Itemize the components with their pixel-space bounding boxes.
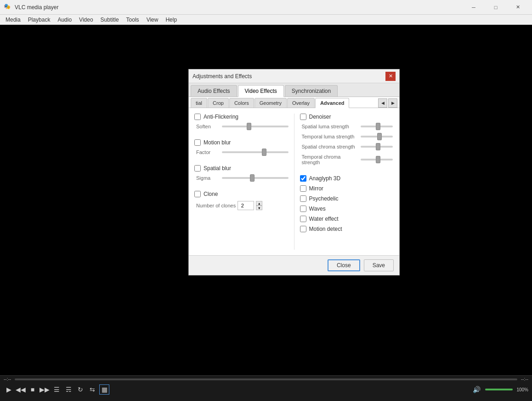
spatial-luma-label: Spatial luma strength xyxy=(302,124,357,129)
sub-tab-next[interactable]: ▶ xyxy=(388,98,397,108)
anti-flickering-checkbox[interactable] xyxy=(194,114,201,120)
clone-label: Clone xyxy=(204,191,218,197)
shuffle-button[interactable]: ⇆ xyxy=(87,384,97,395)
dialog-content: Anti-Flickering Soften Motion blur Facto… xyxy=(189,108,399,255)
time-left: --:-- xyxy=(4,377,11,382)
title-bar: 🎭 VLC media player ─ □ ✕ xyxy=(0,0,532,15)
spatial-chroma-label: Spatial chroma strength xyxy=(302,144,357,149)
app-icon: 🎭 xyxy=(4,3,12,11)
tab-audio-effects[interactable]: Audio Effects xyxy=(191,85,237,97)
psychedelic-label: Psychedelic xyxy=(309,195,339,202)
spatial-luma-row: Spatial luma strength xyxy=(302,124,394,129)
denoiser-checkbox[interactable] xyxy=(300,114,306,120)
menu-help[interactable]: Help xyxy=(162,16,181,24)
sub-tab-prev[interactable]: ◀ xyxy=(378,98,387,108)
waves-label: Waves xyxy=(309,206,326,212)
water-effect-checkbox[interactable] xyxy=(300,216,306,222)
volume-label: 100% xyxy=(516,387,528,392)
loop-button[interactable]: ↻ xyxy=(75,384,85,395)
spatial-blur-checkbox[interactable] xyxy=(194,165,201,172)
volume-bar[interactable] xyxy=(485,389,513,390)
sub-tabs: tial Crop Colors Geometry Overlay Advanc… xyxy=(189,97,399,108)
psychedelic-checkbox[interactable] xyxy=(300,195,306,202)
menu-bar: Media Playback Audio Video Subtitle Tool… xyxy=(0,15,532,25)
extended-settings-button[interactable]: ☴ xyxy=(63,384,74,395)
volume-icon: 🔊 xyxy=(471,384,481,395)
temporal-chroma-slider[interactable] xyxy=(361,159,393,160)
close-window-button[interactable]: ✕ xyxy=(507,0,528,14)
motion-detect-row: Motion detect xyxy=(300,226,394,232)
spatial-chroma-row: Spatial chroma strength xyxy=(302,144,394,149)
dialog-footer: Close Save xyxy=(189,255,399,275)
sub-tab-geometry[interactable]: Geometry xyxy=(255,98,287,108)
waves-checkbox[interactable] xyxy=(300,206,306,212)
clone-increment[interactable]: ▲ xyxy=(256,201,262,206)
right-column: Denoiser Spatial luma strength Temporal … xyxy=(300,114,394,250)
time-right: --:-- xyxy=(521,377,528,382)
spatial-luma-slider[interactable] xyxy=(361,126,393,127)
clone-decrement[interactable]: ▼ xyxy=(256,206,262,210)
temporal-luma-slider[interactable] xyxy=(361,136,393,137)
soften-label: Soften xyxy=(196,124,218,129)
water-effect-label: Water effect xyxy=(309,216,339,222)
clone-spinbox-arrows: ▲ ▼ xyxy=(256,201,262,210)
menu-playback[interactable]: Playback xyxy=(24,16,54,24)
left-column: Anti-Flickering Soften Motion blur Facto… xyxy=(194,114,289,250)
menu-view[interactable]: View xyxy=(143,16,162,24)
anaglyph-label: Anaglyph 3D xyxy=(309,175,341,182)
soften-row: Soften xyxy=(196,124,289,129)
dialog-close-button[interactable]: ✕ xyxy=(385,72,396,81)
minimize-button[interactable]: ─ xyxy=(463,0,484,14)
temporal-luma-row: Temporal luma strength xyxy=(302,134,394,139)
menu-audio[interactable]: Audio xyxy=(54,16,75,24)
number-of-clones-input[interactable] xyxy=(238,201,254,210)
soften-slider[interactable] xyxy=(222,126,289,127)
sub-tab-essential[interactable]: tial xyxy=(191,98,207,108)
toggle-playlist-button[interactable]: ☰ xyxy=(51,384,62,395)
maximize-button[interactable]: □ xyxy=(485,0,506,14)
save-button[interactable]: Save xyxy=(364,259,394,271)
sigma-label: Sigma xyxy=(196,175,218,181)
factor-slider[interactable] xyxy=(222,151,289,153)
factor-label: Factor xyxy=(196,149,218,155)
motion-blur-label: Motion blur xyxy=(204,139,231,146)
water-effect-row: Water effect xyxy=(300,216,394,222)
dialog-title-bar: Adjustments and Effects ✕ xyxy=(189,69,399,83)
clone-checkbox[interactable] xyxy=(194,191,201,197)
mirror-row: Mirror xyxy=(300,185,394,192)
dialog-title: Adjustments and Effects xyxy=(192,73,385,80)
psychedelic-row: Psychedelic xyxy=(300,195,394,202)
menu-subtitle[interactable]: Subtitle xyxy=(97,16,123,24)
motion-blur-checkbox[interactable] xyxy=(194,139,201,146)
menu-video[interactable]: Video xyxy=(75,16,96,24)
motion-detect-checkbox[interactable] xyxy=(300,226,306,232)
sigma-slider[interactable] xyxy=(222,177,289,179)
stop-button[interactable]: ■ xyxy=(28,384,38,395)
adjustments-dialog: Adjustments and Effects ✕ Audio Effects … xyxy=(188,69,400,275)
spatial-chroma-slider[interactable] xyxy=(361,146,393,148)
sub-tab-overlay[interactable]: Overlay xyxy=(287,98,315,108)
tab-synchronization[interactable]: Synchronization xyxy=(285,85,338,97)
menu-tools[interactable]: Tools xyxy=(123,16,143,24)
menu-media[interactable]: Media xyxy=(2,16,24,24)
temporal-chroma-label: Temporal chroma strength xyxy=(302,154,357,165)
mirror-checkbox[interactable] xyxy=(300,185,306,192)
tab-video-effects[interactable]: Video Effects xyxy=(238,85,284,97)
sub-tab-colors[interactable]: Colors xyxy=(229,98,254,108)
anaglyph-checkbox[interactable] xyxy=(300,175,306,182)
seek-bar[interactable] xyxy=(15,378,517,380)
play-button[interactable]: ▶ xyxy=(4,384,14,395)
denoiser-row: Denoiser xyxy=(300,114,394,120)
skip-back-button[interactable]: ◀◀ xyxy=(16,384,26,395)
motion-blur-row: Motion blur xyxy=(194,139,289,146)
number-of-clones-label: Number of clones xyxy=(196,203,236,208)
spatial-blur-row: Spatial blur xyxy=(194,165,289,172)
sub-tab-advanced[interactable]: Advanced xyxy=(315,98,350,108)
clone-row: Clone xyxy=(194,191,289,197)
fullscreen-button[interactable]: ▦ xyxy=(99,384,109,395)
waves-row: Waves xyxy=(300,206,394,212)
sub-tab-crop[interactable]: Crop xyxy=(208,98,229,108)
skip-forward-button[interactable]: ▶▶ xyxy=(40,384,50,395)
close-button[interactable]: Close xyxy=(328,259,360,271)
taskbar: --:-- --:-- ▶ ◀◀ ■ ▶▶ ☰ ☴ ↻ ⇆ ▦ 🔊 100% xyxy=(0,375,532,401)
